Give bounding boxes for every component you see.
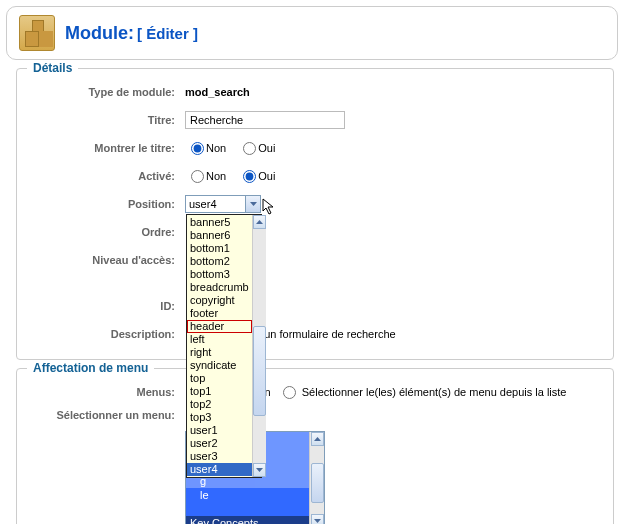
listbox-scroll-down[interactable] [311,514,324,524]
chevron-down-icon [250,202,257,206]
scroll-thumb[interactable] [253,326,266,416]
enabled-yes-radio[interactable] [243,170,256,183]
position-option[interactable]: footer [187,307,252,320]
position-option[interactable]: bottom1 [187,242,252,255]
svg-marker-1 [256,220,263,224]
module-icon [19,15,55,51]
svg-marker-3 [314,437,321,441]
menu-list-item[interactable]: Key Concepts [186,516,309,524]
svg-marker-4 [314,519,321,523]
row-access: Niveau d'accès: [25,249,605,271]
page-title: Module: [65,23,134,43]
label-description: Description: [25,328,185,340]
position-dropdown-list[interactable]: banner5banner6bottom1bottom2bottom3bread… [186,214,262,478]
dropdown-scrollbar[interactable] [252,215,266,477]
position-option[interactable]: top3 [187,411,252,424]
menu-section: Affectation de menu Menus: cun Sélection… [16,368,614,524]
position-option[interactable]: banner6 [187,229,252,242]
title-input[interactable] [185,111,345,129]
position-option[interactable]: bottom3 [187,268,252,281]
position-option[interactable]: banner5 [187,216,252,229]
menus-pick-label: Sélectionner le(les) élément(s) de menu … [302,386,567,398]
scroll-up-button[interactable] [253,215,266,229]
enabled-yes-label: Oui [258,170,275,182]
row-enabled: Activé: Non Oui [25,165,605,187]
enabled-no-label: Non [206,170,226,182]
label-position: Position: [25,198,185,210]
listbox-scroll-up[interactable] [311,432,324,446]
position-dropdown-button[interactable] [245,196,260,212]
menus-pick-radio[interactable] [283,386,296,399]
row-id: ID: [25,295,605,317]
label-id: ID: [25,300,185,312]
row-description: Description: e un formulaire de recherch… [25,323,605,345]
row-position: Position: user4 banner5banner6bottom1bot… [25,193,605,215]
position-option[interactable]: user1 [187,424,252,437]
show-title-no-label: Non [206,142,226,154]
value-description: e un formulaire de recherche [255,328,396,340]
position-option[interactable]: user3 [187,450,252,463]
details-section: Détails Type de module: mod_search Titre… [16,68,614,360]
value-type: mod_search [185,86,250,98]
svg-marker-2 [256,468,263,472]
page-subtitle: [ Éditer ] [137,25,198,42]
details-legend: Détails [27,61,78,75]
row-order: Ordre: [25,221,605,243]
position-option[interactable]: user2 [187,437,252,450]
position-option[interactable]: header [187,320,252,333]
position-option[interactable]: top [187,372,252,385]
listbox-scroll-thumb[interactable] [311,463,324,503]
row-type: Type de module: mod_search [25,81,605,103]
position-combobox-value: user4 [189,198,217,210]
row-menus: Menus: cun Sélectionner le(les) élément(… [25,381,605,403]
menu-list-item[interactable] [186,502,309,516]
position-option[interactable]: bottom2 [187,255,252,268]
row-title: Titre: [25,109,605,131]
position-option[interactable]: top1 [187,385,252,398]
listbox-scrollbar[interactable] [309,432,324,524]
position-option[interactable]: breadcrumb [187,281,252,294]
label-select-menu: Sélectionner un menu: [25,409,185,421]
enabled-no-radio[interactable] [191,170,204,183]
menu-list-item[interactable]: le [186,488,309,502]
position-option[interactable]: user4 [187,463,252,476]
page-header: Module: [ Éditer ] [6,6,618,60]
label-menus: Menus: [25,386,185,398]
svg-marker-0 [250,202,257,206]
label-access: Niveau d'accès: [25,254,185,266]
position-option[interactable]: syndicate [187,359,252,372]
label-type: Type de module: [25,86,185,98]
label-order: Ordre: [25,226,185,238]
position-option[interactable]: top2 [187,398,252,411]
show-title-yes-radio[interactable] [243,142,256,155]
show-title-no-radio[interactable] [191,142,204,155]
position-option[interactable]: left [187,333,252,346]
mouse-cursor-icon [262,198,276,216]
show-title-yes-label: Oui [258,142,275,154]
position-combobox[interactable]: user4 banner5banner6bottom1bottom2bottom… [185,195,261,213]
position-option[interactable]: right [187,346,252,359]
label-show-title: Montrer le titre: [25,142,185,154]
menu-legend: Affectation de menu [27,361,154,375]
label-enabled: Activé: [25,170,185,182]
row-show-title: Montrer le titre: Non Oui [25,137,605,159]
scroll-down-button[interactable] [253,463,266,477]
row-select-menu: Sélectionner un menu: gle Key ConceptsEx… [25,409,605,524]
position-option[interactable]: copyright [187,294,252,307]
label-title: Titre: [25,114,185,126]
